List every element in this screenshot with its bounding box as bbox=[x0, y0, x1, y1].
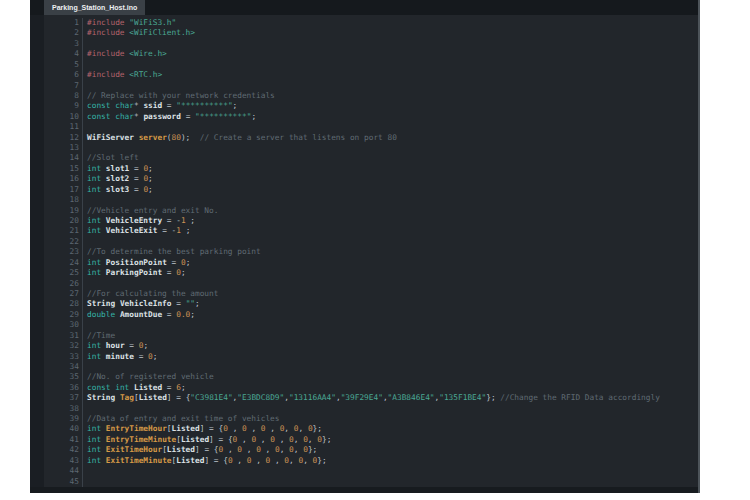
code-line[interactable]: 27//For calculating the amount bbox=[30, 289, 698, 299]
code-line[interactable]: 39//Data of entry and exit time of vehic… bbox=[30, 414, 698, 424]
code-line[interactable]: 24int PositionPoint = 0; bbox=[30, 258, 698, 268]
line-number[interactable]: 28 bbox=[30, 299, 82, 309]
code-line[interactable]: 38 bbox=[30, 404, 698, 414]
code-line[interactable]: 16int slot2 = 0; bbox=[30, 174, 698, 184]
code-line[interactable]: 25int ParkingPoint = 0; bbox=[30, 268, 698, 278]
code-line[interactable]: 45 bbox=[30, 477, 698, 487]
line-number[interactable]: 25 bbox=[30, 268, 82, 278]
code-line[interactable]: 3 bbox=[30, 39, 698, 49]
line-number[interactable]: 6 bbox=[30, 70, 82, 80]
line-number[interactable]: 35 bbox=[30, 372, 82, 382]
line-number[interactable]: 13 bbox=[30, 143, 82, 153]
code-line[interactable]: 40int EntryTimeHour[Listed] = {0 , 0 , 0… bbox=[30, 424, 698, 434]
code-line[interactable]: 41int EntryTimeMinute[Listed] = {0 , 0 ,… bbox=[30, 435, 698, 445]
code-line[interactable]: 21int VehicleExit = -1 ; bbox=[30, 226, 698, 236]
code-line[interactable]: 31//Time bbox=[30, 331, 698, 341]
line-number[interactable]: 34 bbox=[30, 362, 82, 372]
code-line[interactable]: 17int slot3 = 0; bbox=[30, 185, 698, 195]
code-line[interactable]: 1#include "WiFiS3.h" bbox=[30, 18, 698, 28]
code-text: int EntryTimeHour[Listed] = {0 , 0 , 0 ,… bbox=[82, 424, 698, 434]
code-line[interactable]: 34 bbox=[30, 362, 698, 372]
code-line[interactable]: 28String VehicleInfo = ""; bbox=[30, 299, 698, 309]
vertical-scrollbar[interactable] bbox=[698, 0, 700, 493]
code-line[interactable]: 22 bbox=[30, 237, 698, 247]
code-text bbox=[82, 477, 698, 487]
line-number[interactable]: 40 bbox=[30, 424, 82, 434]
line-number[interactable]: 31 bbox=[30, 331, 82, 341]
code-line[interactable]: 32int hour = 0; bbox=[30, 341, 698, 351]
line-number[interactable]: 17 bbox=[30, 185, 82, 195]
line-number[interactable]: 7 bbox=[30, 81, 82, 91]
code-text: int EntryTimeMinute[Listed] = {0 , 0 , 0… bbox=[82, 435, 698, 445]
line-number[interactable]: 11 bbox=[30, 122, 82, 132]
line-number[interactable]: 16 bbox=[30, 174, 82, 184]
code-line[interactable]: 4#include <Wire.h> bbox=[30, 49, 698, 59]
line-number[interactable]: 41 bbox=[30, 435, 82, 445]
code-text: //Slot left bbox=[82, 153, 698, 163]
line-number[interactable]: 2 bbox=[30, 28, 82, 38]
line-number[interactable]: 12 bbox=[30, 133, 82, 143]
code-line[interactable]: 13 bbox=[30, 143, 698, 153]
line-number[interactable]: 38 bbox=[30, 404, 82, 414]
code-line[interactable]: 2#include <WiFiClient.h> bbox=[30, 28, 698, 38]
line-number[interactable]: 30 bbox=[30, 320, 82, 330]
line-number[interactable]: 15 bbox=[30, 164, 82, 174]
code-line[interactable]: 30 bbox=[30, 320, 698, 330]
line-number[interactable]: 3 bbox=[30, 39, 82, 49]
code-text bbox=[82, 279, 698, 289]
code-line[interactable]: 42int ExitTimeHour[Listed] = {0 , 0 , 0 … bbox=[30, 445, 698, 455]
line-number[interactable]: 27 bbox=[30, 289, 82, 299]
line-number[interactable]: 18 bbox=[30, 195, 82, 205]
line-number[interactable]: 42 bbox=[30, 445, 82, 455]
code-line[interactable]: 6#include <RTC.h> bbox=[30, 70, 698, 80]
editor-area[interactable]: 1#include "WiFiS3.h"2#include <WiFiClien… bbox=[30, 15, 698, 487]
code-line[interactable]: 37String Tag[Listed] = {"C3981E4","E3BDC… bbox=[30, 393, 698, 403]
line-number[interactable]: 44 bbox=[30, 466, 82, 476]
line-number[interactable]: 14 bbox=[30, 153, 82, 163]
line-number[interactable]: 21 bbox=[30, 226, 82, 236]
line-number[interactable]: 32 bbox=[30, 341, 82, 351]
code-line[interactable]: 20int VehicleEntry = -1 ; bbox=[30, 216, 698, 226]
line-number[interactable]: 24 bbox=[30, 258, 82, 268]
code-line[interactable]: 29double AmountDue = 0.0; bbox=[30, 310, 698, 320]
code-line[interactable]: 14//Slot left bbox=[30, 153, 698, 163]
tab-parking-station-host[interactable]: Parking_Station_Host.ino bbox=[44, 0, 145, 15]
code-line[interactable]: 23//To determine the best parking point bbox=[30, 247, 698, 257]
code-line[interactable]: 18 bbox=[30, 195, 698, 205]
code-line[interactable]: 10const char* password = "**********"; bbox=[30, 112, 698, 122]
code-line[interactable]: 33int minute = 0; bbox=[30, 352, 698, 362]
line-number[interactable]: 8 bbox=[30, 91, 82, 101]
code-line[interactable]: 7 bbox=[30, 81, 698, 91]
code-line[interactable]: 8// Replace with your network credential… bbox=[30, 91, 698, 101]
line-number[interactable]: 39 bbox=[30, 414, 82, 424]
code-line[interactable]: 9const char* ssid = "**********"; bbox=[30, 101, 698, 111]
line-number[interactable]: 19 bbox=[30, 206, 82, 216]
line-number[interactable]: 10 bbox=[30, 112, 82, 122]
line-number[interactable]: 5 bbox=[30, 60, 82, 70]
code-line[interactable]: 26 bbox=[30, 279, 698, 289]
code-line[interactable]: 15int slot1 = 0; bbox=[30, 164, 698, 174]
line-number[interactable]: 37 bbox=[30, 393, 82, 403]
code-line[interactable]: 5 bbox=[30, 60, 698, 70]
line-number[interactable]: 9 bbox=[30, 101, 82, 111]
code-line[interactable]: 43int ExitTimeMinute[Listed] = {0 , 0 , … bbox=[30, 456, 698, 466]
line-number[interactable]: 29 bbox=[30, 310, 82, 320]
line-number[interactable]: 45 bbox=[30, 477, 82, 487]
code-line[interactable]: 44 bbox=[30, 466, 698, 476]
code-line[interactable]: 35//No. of registered vehicle bbox=[30, 372, 698, 382]
horizontal-scrollbar[interactable] bbox=[30, 487, 698, 493]
code-line[interactable]: 12WiFiServer server(80); // Create a ser… bbox=[30, 133, 698, 143]
line-number[interactable]: 1 bbox=[30, 18, 82, 28]
line-number[interactable]: 36 bbox=[30, 383, 82, 393]
code-line[interactable]: 11 bbox=[30, 122, 698, 132]
line-number[interactable]: 43 bbox=[30, 456, 82, 466]
line-number[interactable]: 23 bbox=[30, 247, 82, 257]
line-number[interactable]: 33 bbox=[30, 352, 82, 362]
line-number[interactable]: 26 bbox=[30, 279, 82, 289]
code-line[interactable]: 36const int Listed = 6; bbox=[30, 383, 698, 393]
line-number[interactable]: 20 bbox=[30, 216, 82, 226]
code-text bbox=[82, 195, 698, 205]
line-number[interactable]: 22 bbox=[30, 237, 82, 247]
code-line[interactable]: 19//Vehicle entry and exit No. bbox=[30, 206, 698, 216]
line-number[interactable]: 4 bbox=[30, 49, 82, 59]
